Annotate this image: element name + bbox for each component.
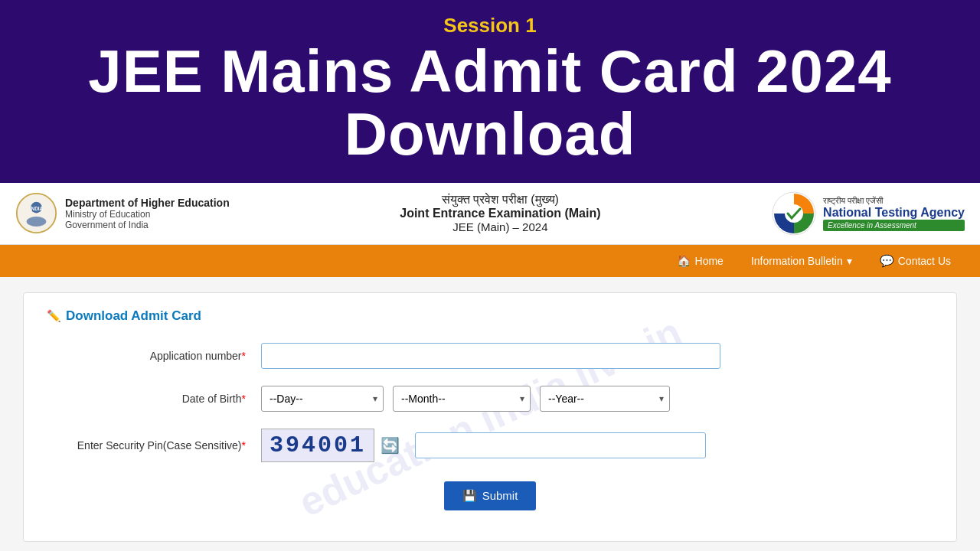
session-label: Session 1 xyxy=(15,14,965,37)
dept-info: Department of Higher Education Ministry … xyxy=(65,197,230,230)
svg-text:INDIA: INDIA xyxy=(30,206,44,211)
required-marker: * xyxy=(242,350,246,362)
security-pin-label: Enter Security Pin(Case Sensitive)* xyxy=(47,439,261,452)
submit-button[interactable]: 💾 Submit xyxy=(444,481,537,510)
application-number-input[interactable] xyxy=(261,343,720,369)
security-pin-input[interactable] xyxy=(415,432,706,458)
exam-year: JEE (Main) – 2024 xyxy=(230,220,771,233)
edit-icon: ✏️ xyxy=(47,309,61,323)
nav-info-bulletin-label: Information Bulletin xyxy=(751,255,843,267)
nav-contact-label: Contact Us xyxy=(898,255,951,267)
month-select-wrapper: --Month-- xyxy=(393,386,531,412)
refresh-captcha-icon[interactable]: 🔄 xyxy=(381,436,400,455)
main-content: education india live.in ✏️ Download Admi… xyxy=(0,277,980,551)
nta-name-label: National Testing Agency xyxy=(823,206,965,220)
dob-label: Date of Birth* xyxy=(47,393,261,405)
nta-circle-icon xyxy=(771,191,817,236)
nav-contact[interactable]: 💬 Contact Us xyxy=(866,245,965,277)
nta-logo: राष्ट्रीय परीक्षा एजेंसी National Testin… xyxy=(771,191,965,236)
dept-ministry: Ministry of Education xyxy=(65,209,230,220)
emblem-icon: INDIA xyxy=(15,192,57,234)
year-select[interactable]: --Year-- xyxy=(540,386,670,412)
dob-selects: --Day-- --Month-- --Year-- xyxy=(261,386,670,412)
nta-text: राष्ट्रीय परीक्षा एजेंसी National Testin… xyxy=(823,196,965,231)
submit-icon: 💾 xyxy=(462,489,477,503)
dept-govt: Government of India xyxy=(65,220,230,230)
header-center: संयुक्त प्रवेश परीक्षा (मुख्य) Joint Ent… xyxy=(230,193,771,233)
svg-point-2 xyxy=(27,217,47,227)
card-title: ✏️ Download Admit Card xyxy=(47,308,933,324)
header-right: राष्ट्रीय परीक्षा एजेंसी National Testin… xyxy=(771,191,965,236)
form-card: education india live.in ✏️ Download Admi… xyxy=(23,292,957,542)
page-header: INDIA Department of Higher Education Min… xyxy=(0,183,980,245)
exam-name-english: Joint Entrance Examination (Main) xyxy=(230,207,771,220)
navbar: 🏠 Home Information Bulletin ▾ 💬 Contact … xyxy=(0,245,980,277)
exam-name-hindi: संयुक्त प्रवेश परीक्षा (मुख्य) xyxy=(230,193,771,207)
security-pin-row: Enter Security Pin(Case Sensitive)* 3940… xyxy=(47,429,933,462)
day-select[interactable]: --Day-- xyxy=(261,386,384,412)
nav-home-label: Home xyxy=(695,255,724,267)
day-select-wrapper: --Day-- xyxy=(261,386,384,412)
hero-title: JEE Mains Admit Card 2024 Download xyxy=(15,41,965,166)
nav-home[interactable]: 🏠 Home xyxy=(663,245,737,277)
captcha-display: 394001 🔄 xyxy=(261,429,706,462)
dept-name: Department of Higher Education xyxy=(65,197,230,209)
home-icon: 🏠 xyxy=(677,254,691,268)
dob-row: Date of Birth* --Day-- --Month-- xyxy=(47,386,933,412)
year-select-wrapper: --Year-- xyxy=(540,386,670,412)
app-number-row: Application number* xyxy=(47,343,933,369)
submit-row: 💾 Submit xyxy=(47,481,933,510)
nta-rashtriya-label: राष्ट्रीय परीक्षा एजेंसी xyxy=(823,196,965,206)
hero-banner: Session 1 JEE Mains Admit Card 2024 Down… xyxy=(0,0,980,183)
contact-icon: 💬 xyxy=(880,254,894,268)
nta-excellence-label: Excellence in Assessment xyxy=(823,220,965,231)
captcha-text: 394001 xyxy=(261,429,374,462)
app-number-label: Application number* xyxy=(47,350,261,362)
chevron-down-icon: ▾ xyxy=(847,255,852,267)
month-select[interactable]: --Month-- xyxy=(393,386,531,412)
header-left: INDIA Department of Higher Education Min… xyxy=(15,192,230,234)
nav-info-bulletin[interactable]: Information Bulletin ▾ xyxy=(737,245,866,277)
